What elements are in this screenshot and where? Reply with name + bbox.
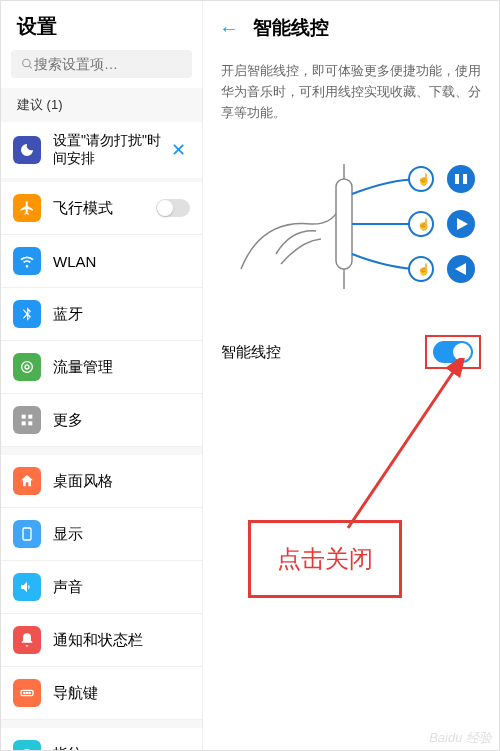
settings-left-panel: 设置 建议 (1) 设置"请勿打扰"时间安排 ✕ 飞行模式WLAN蓝牙流量管理更… xyxy=(1,1,203,750)
svg-point-11 xyxy=(26,692,27,693)
settings-item-显示[interactable]: 显示 xyxy=(1,508,202,561)
item-icon xyxy=(13,626,41,654)
suggestion-row[interactable]: 设置"请勿打扰"时间安排 ✕ xyxy=(1,122,202,182)
detail-description: 开启智能线控，即可体验更多便捷功能，使用华为音乐时，可利用线控实现收藏、下载、分… xyxy=(203,55,499,139)
item-label: 指纹 xyxy=(53,745,190,751)
svg-point-0 xyxy=(23,59,31,67)
settings-item-更多[interactable]: 更多 xyxy=(1,394,202,447)
svg-point-10 xyxy=(24,692,25,693)
item-icon xyxy=(13,467,41,495)
detail-title: 智能线控 xyxy=(253,15,329,41)
search-box[interactable] xyxy=(11,50,192,78)
search-input[interactable] xyxy=(34,56,182,72)
airplane-toggle[interactable] xyxy=(156,199,190,217)
item-icon xyxy=(13,406,41,434)
settings-item-通知和状态栏[interactable]: 通知和状态栏 xyxy=(1,614,202,667)
smart-headset-toggle-row: 智能线控 xyxy=(203,319,499,385)
item-icon xyxy=(13,353,41,381)
svg-line-1 xyxy=(29,66,32,69)
annotation-text: 点击关闭 xyxy=(277,543,373,575)
settings-item-蓝牙[interactable]: 蓝牙 xyxy=(1,288,202,341)
item-label: WLAN xyxy=(53,253,190,270)
settings-item-导航键[interactable]: 导航键 xyxy=(1,667,202,720)
svg-text:☝: ☝ xyxy=(417,262,431,276)
svg-rect-19 xyxy=(463,174,467,184)
item-icon xyxy=(13,573,41,601)
item-label: 导航键 xyxy=(53,684,190,703)
svg-point-17 xyxy=(447,165,475,193)
item-icon xyxy=(13,740,41,750)
item-label: 流量管理 xyxy=(53,358,190,377)
close-icon[interactable]: ✕ xyxy=(167,139,190,161)
item-icon xyxy=(13,247,41,275)
svg-text:☝: ☝ xyxy=(417,172,431,186)
settings-item-指纹[interactable]: 指纹 xyxy=(1,728,202,750)
item-label: 通知和状态栏 xyxy=(53,631,190,650)
svg-text:☝: ☝ xyxy=(417,217,431,231)
svg-rect-4 xyxy=(22,415,26,419)
item-label: 显示 xyxy=(53,525,190,544)
item-icon xyxy=(13,194,41,222)
toggle-label: 智能线控 xyxy=(221,343,281,362)
settings-title: 设置 xyxy=(1,1,202,50)
item-icon xyxy=(13,300,41,328)
back-icon[interactable]: ← xyxy=(219,17,239,40)
settings-item-WLAN[interactable]: WLAN xyxy=(1,235,202,288)
annotation-box: 点击关闭 xyxy=(248,520,402,598)
svg-rect-18 xyxy=(455,174,459,184)
smart-headset-toggle[interactable] xyxy=(433,341,473,363)
svg-point-12 xyxy=(29,692,30,693)
detail-header: ← 智能线控 xyxy=(203,1,499,55)
annotation-highlight-box xyxy=(425,335,481,369)
item-label: 蓝牙 xyxy=(53,305,190,324)
svg-rect-13 xyxy=(336,179,352,269)
svg-rect-6 xyxy=(22,421,26,425)
item-icon xyxy=(13,520,41,548)
svg-point-3 xyxy=(22,362,33,373)
watermark: Baidu 经验 xyxy=(429,729,492,747)
svg-rect-7 xyxy=(28,421,32,425)
item-label: 飞行模式 xyxy=(53,199,156,218)
detail-panel: ← 智能线控 开启智能线控，即可体验更多便捷功能，使用华为音乐时，可利用线控实现… xyxy=(203,1,499,750)
item-label: 声音 xyxy=(53,578,190,597)
settings-item-流量管理[interactable]: 流量管理 xyxy=(1,341,202,394)
suggestion-header: 建议 (1) xyxy=(1,88,202,122)
item-icon xyxy=(13,679,41,707)
svg-point-2 xyxy=(25,365,29,369)
item-label: 更多 xyxy=(53,411,190,430)
suggestion-text: 设置"请勿打扰"时间安排 xyxy=(53,132,167,168)
moon-icon xyxy=(13,136,41,164)
item-label: 桌面风格 xyxy=(53,472,190,491)
headset-illustration: ☝ ☝ ☝ xyxy=(203,139,499,319)
svg-rect-8 xyxy=(23,528,31,540)
svg-rect-5 xyxy=(28,415,32,419)
search-icon xyxy=(21,57,34,71)
settings-item-桌面风格[interactable]: 桌面风格 xyxy=(1,455,202,508)
settings-item-声音[interactable]: 声音 xyxy=(1,561,202,614)
settings-item-飞行模式[interactable]: 飞行模式 xyxy=(1,182,202,235)
